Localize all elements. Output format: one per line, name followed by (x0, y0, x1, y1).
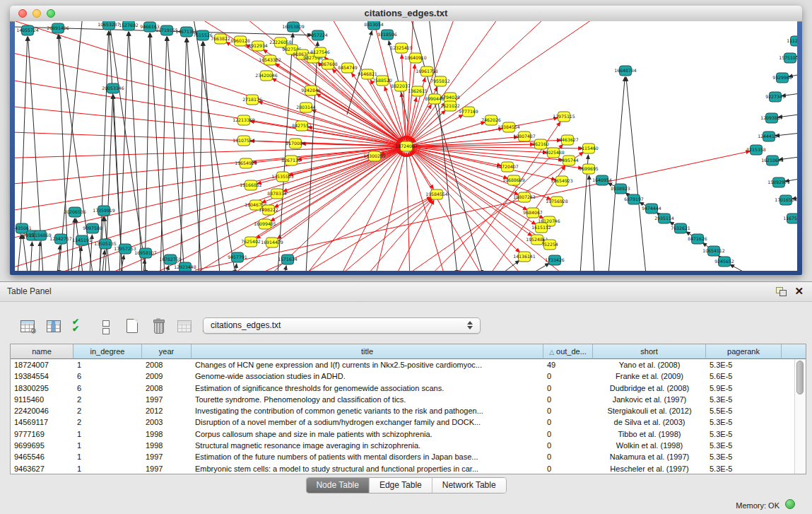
graph-node[interactable]: 2935114 (654, 214, 674, 223)
network-window-titlebar[interactable]: citations_edges.txt (10, 6, 802, 22)
graph-node[interactable]: 8960128 (230, 36, 250, 46)
graph-edge[interactable] (528, 264, 549, 271)
graph-node[interactable]: 19166852 (240, 180, 262, 190)
graph-node[interactable]: 16210643 (761, 156, 784, 165)
graph-edge[interactable] (30, 242, 32, 271)
graph-node[interactable]: 8878334 (267, 189, 287, 199)
graph-node[interactable]: 20053346 (102, 83, 124, 93)
graph-edge[interactable] (20, 37, 28, 235)
table-row[interactable]: 1456911722003Disruption of a novel membe… (11, 416, 806, 428)
table-row[interactable]: 1830029562008Estimation of significance … (11, 382, 806, 394)
graph-node[interactable]: 7955812 (430, 76, 450, 86)
graph-node[interactable]: 2588520 (372, 76, 392, 86)
graph-node[interactable]: 19463627 (556, 135, 579, 145)
table-row[interactable]: 1938455462009Genome-wide association stu… (11, 370, 806, 382)
column-header-out_degree[interactable]: △out_de... (543, 344, 593, 359)
graph-edge[interactable] (39, 242, 40, 271)
graph-node[interactable]: 12093867 (760, 113, 783, 123)
graph-node[interactable]: 10653287 (98, 21, 120, 30)
graph-edge[interactable] (272, 78, 406, 146)
graph-edge[interactable] (608, 77, 625, 271)
graph-edge[interactable] (589, 175, 594, 271)
graph-edge[interactable] (406, 146, 507, 178)
graph-edge[interactable] (167, 266, 169, 271)
graph-node[interactable]: 12923448 (174, 262, 196, 271)
scrollbar-thumb[interactable] (796, 361, 804, 395)
column-header-in_degree[interactable]: in_degree (73, 344, 142, 359)
column-header-name[interactable]: name (11, 344, 73, 359)
graph-node[interactable]: 17359919 (93, 206, 115, 216)
graph-edge[interactable] (102, 250, 105, 271)
graph-edge[interactable] (278, 33, 293, 271)
graph-node[interactable]: 14136141 (513, 252, 536, 262)
graph-node[interactable]: 7462026 (481, 115, 501, 125)
graph-edge[interactable] (730, 264, 748, 271)
graph-edge[interactable] (307, 59, 406, 146)
graph-node[interactable]: 10807487 (513, 132, 536, 141)
table-source-select[interactable]: citations_edges.txt (203, 317, 481, 334)
graph-node[interactable]: 7625402 (241, 237, 261, 247)
table-row[interactable]: 977716911998Corpus callosum shape and si… (11, 428, 806, 440)
graph-node[interactable]: 16958107 (134, 248, 157, 258)
graph-edge[interactable] (406, 129, 502, 146)
graph-node[interactable]: 12213369 (233, 115, 255, 125)
graph-node[interactable]: 19756928 (546, 197, 568, 206)
table-row[interactable]: 911546021997Tourette syndrome. Phenomeno… (11, 394, 806, 405)
graph-node[interactable]: 16648784 (614, 66, 637, 76)
graph-node[interactable]: 9457791 (228, 252, 247, 262)
graph-node[interactable]: 9170084 (286, 139, 305, 148)
graph-node[interactable]: 9699695 (579, 164, 599, 174)
graph-node[interactable]: 12444134 (758, 132, 780, 141)
table-row[interactable]: 2242004622012Investigating the contribut… (11, 405, 806, 416)
graph-node[interactable]: 2803144 (296, 103, 316, 112)
close-panel-icon[interactable]: ✕ (794, 285, 804, 298)
zoom-window-icon[interactable] (47, 9, 55, 18)
graph-node[interactable]: 7857224 (308, 30, 328, 40)
graph-node[interactable]: 12975115 (553, 112, 575, 122)
graph-node[interactable]: 9495744 (559, 156, 579, 165)
table-row[interactable]: 969969511998Structural magnetic resonanc… (11, 440, 806, 451)
graph-edge[interactable] (285, 266, 286, 271)
graph-node[interactable]: 9329966 (772, 73, 792, 83)
unselect-rows-icon[interactable] (98, 318, 114, 334)
tab-network-table[interactable]: Network Table (433, 478, 506, 493)
select-all-rows-icon[interactable]: ✔✔ (72, 319, 88, 334)
new-table-icon[interactable] (124, 318, 140, 334)
graph-edge[interactable] (235, 264, 237, 271)
graph-node[interactable]: 8215358 (746, 145, 766, 155)
minimize-window-icon[interactable] (33, 9, 41, 18)
graph-edge[interactable] (167, 37, 184, 271)
tab-edge-table[interactable]: Edge Table (370, 478, 433, 493)
column-header-year[interactable]: year (142, 344, 192, 359)
network-view-window[interactable]: citations_edges.txt 18724007195845541830… (10, 6, 802, 275)
column-header-pagerank[interactable]: pagerank (706, 344, 782, 359)
graph-node[interactable]: 12342757 (49, 234, 72, 244)
graph-node[interactable]: 7632621 (671, 223, 690, 233)
graph-node[interactable]: 16782759 (159, 255, 182, 264)
graph-node[interactable]: 18107554 (233, 136, 255, 146)
graph-node[interactable]: 1621022 (440, 101, 460, 111)
column-header-short[interactable]: short (593, 344, 706, 359)
graph-edge[interactable] (312, 110, 406, 146)
table-row[interactable]: 946554611997Estimation of the future num… (11, 451, 806, 462)
float-panel-icon[interactable] (776, 287, 787, 296)
tab-node-table[interactable]: Node Table (306, 478, 370, 493)
graph-node[interactable]: 1527602 (119, 21, 139, 30)
graph-edge[interactable] (129, 32, 142, 271)
graph-node[interactable]: 17957253 (114, 244, 136, 254)
graph-node[interactable]: 2718176 (242, 95, 262, 105)
graph-node[interactable]: 8813054 (364, 21, 384, 30)
graph-node[interactable]: 12325419 (390, 43, 413, 53)
graph-edge[interactable] (375, 152, 584, 271)
graph-node[interactable]: 8912934 (248, 41, 268, 51)
graph-node[interactable]: 23420046 (255, 71, 278, 81)
graph-node[interactable]: 15751074 (779, 53, 797, 63)
graph-edge[interactable] (119, 32, 129, 271)
table-row[interactable]: 1872400712008Changes of HCN gene express… (11, 359, 806, 370)
graph-edge[interactable] (145, 33, 150, 271)
graph-node[interactable]: 13505135 (94, 239, 117, 249)
graph-edge[interactable] (204, 42, 220, 271)
network-canvas[interactable]: 1872400719584554183002957663822896012889… (15, 21, 797, 271)
graph-node[interactable]: 162160 (532, 139, 549, 149)
graph-node[interactable]: 19654923 (551, 176, 573, 186)
